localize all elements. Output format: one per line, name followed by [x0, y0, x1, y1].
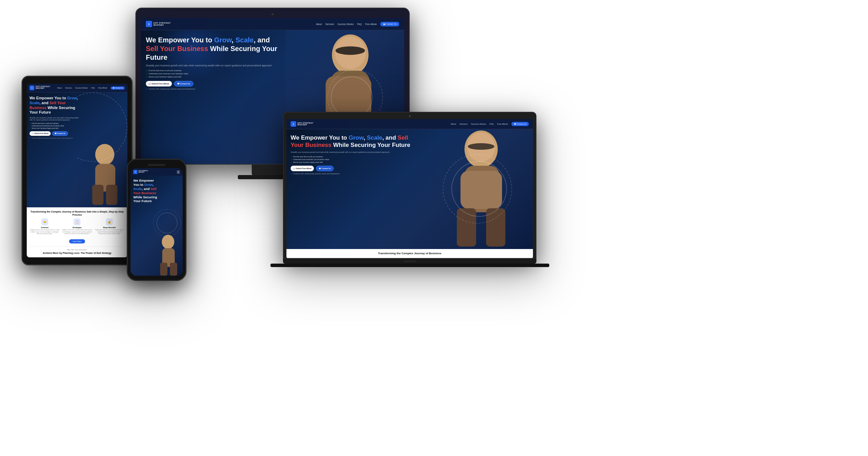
- svg-rect-13: [160, 263, 167, 276]
- desktop-nav-links: About Services Success Stories FAQ Free …: [316, 22, 399, 26]
- laptop-device: 1 EXIT STRATEGYMASTERY About Services Su…: [283, 112, 536, 267]
- tablet-logo: 1 EXIT STRATEGYMASTERY: [30, 85, 50, 90]
- phone-speaker: [151, 206, 183, 276]
- nav-services[interactable]: Services: [325, 23, 334, 25]
- tablet-nav-services[interactable]: Services: [65, 87, 72, 89]
- trust-badge: 🛡 Trusted by 300+ professionals, busines…: [146, 88, 278, 90]
- laptop-logo-icon: 1: [291, 121, 296, 127]
- laptop-white-section: Transforming the Complex Journey of Busi…: [286, 249, 533, 258]
- nav-contact-btn[interactable]: ☎ Contact Us: [380, 22, 399, 26]
- tablet-white-section: Transforming the Complex Journey of Busi…: [27, 207, 127, 257]
- laptop-check-2: ✓Understand and maximize your business v…: [291, 158, 415, 160]
- tablet-speaker: [77, 92, 127, 207]
- tablet-card-text-1: Engage with our team of experts who are …: [30, 229, 60, 234]
- desktop-hero-heading: We Empower You to Grow, Scale, and Sell …: [146, 36, 278, 90]
- laptop-nav-faq[interactable]: FAQ: [490, 123, 494, 125]
- tablet-logo-text: EXIT STRATEGYMASTERY: [36, 86, 50, 90]
- tablet-cards: 🤝 Connect Engage with our team of expert…: [30, 218, 125, 234]
- tablet-ebook-btn[interactable]: 📖 Unlock Free eBook: [30, 131, 51, 136]
- tablet-nav: 1 EXIT STRATEGYMASTERY About Services Su…: [27, 84, 127, 92]
- nav-success-stories[interactable]: Success Stories: [337, 23, 354, 25]
- phone-notch: [148, 164, 165, 166]
- laptop-screen: 1 EXIT STRATEGYMASTERY About Services Su…: [286, 119, 533, 258]
- tablet-check-2: ✓Understand and maximize your business v…: [30, 125, 125, 127]
- svg-rect-14: [170, 263, 177, 276]
- tablet-logo-icon: 1: [30, 85, 34, 90]
- unlock-ebook-btn[interactable]: 📖 Unlock Free eBook: [146, 81, 172, 86]
- tablet-learn-more: Learn More: [30, 237, 125, 243]
- laptop-nav: 1 EXIT STRATEGYMASTERY About Services Su…: [286, 119, 533, 129]
- tablet-card-3: 💰 Reap Benefits Experience peace of mind…: [94, 218, 125, 234]
- tablet-card-title-1: Connect: [30, 226, 60, 229]
- laptop-contact-btn[interactable]: ☎ Contact Us: [316, 166, 333, 171]
- svg-rect-10: [106, 185, 117, 205]
- tablet-section-title: Transforming the Complex Journey of Busi…: [30, 210, 125, 216]
- phone-logo: 1 EXIT STRATEGYMASTERY: [133, 170, 148, 174]
- hero-buttons: 📖 Unlock Free eBook ☎ Contact Us: [146, 81, 278, 86]
- nav-faq[interactable]: FAQ: [357, 23, 362, 25]
- tablet-card-1: 🤝 Connect Engage with our team of expert…: [30, 218, 60, 234]
- hero-subtext: Simplify your business growth and sale w…: [146, 64, 278, 67]
- laptop-logo-text: EXIT STRATEGYMASTERY: [298, 122, 314, 126]
- svg-point-21: [468, 143, 495, 150]
- laptop-hero-btns: 📖 Unlock Free eBook ☎ Contact Us: [291, 166, 415, 171]
- tablet-check-1: ✓Find the best time to sell your busines…: [30, 123, 125, 124]
- scene: 1 EXIT STRATEGYMASTERY About Services Su…: [0, 0, 868, 456]
- laptop-trust: 🛡 Trusted by 300+ professionals, busines…: [291, 173, 415, 175]
- laptop-nav-services[interactable]: Services: [460, 123, 468, 125]
- laptop-nav-links: About Services Success Stories FAQ Free …: [451, 122, 529, 126]
- laptop-hero: We Empower You to Grow, Scale, and Sell …: [286, 129, 533, 249]
- laptop-logo: 1 EXIT STRATEGYMASTERY: [291, 121, 314, 127]
- tablet-why-section: Why Plan Your Exit Early? Achieve More b…: [30, 246, 125, 255]
- tablet-card-title-3: Reap Benefits: [94, 226, 125, 229]
- nav-about[interactable]: About: [316, 23, 322, 25]
- laptop-subtext: Simplify your business growth and sale w…: [291, 151, 415, 154]
- laptop-headline: We Empower You to Grow, Scale, and Sell …: [291, 134, 415, 149]
- tablet-card-text-3: Experience peace of mind, secure your fu…: [94, 229, 125, 234]
- phone-device: 1 EXIT STRATEGYMASTERY ☰: [127, 159, 186, 281]
- tablet-nav-ebook[interactable]: Free eBook: [98, 87, 107, 89]
- laptop-nav-cta[interactable]: ☎ Contact Us: [511, 122, 529, 126]
- phone-hero: We Empower You to Grow, Scale, and Sell …: [131, 176, 183, 276]
- laptop-nav-about[interactable]: About: [451, 123, 456, 125]
- laptop-checks: ✓Find the best time to sell your busines…: [291, 156, 415, 163]
- tablet-trust: 🛡 Trusted by 300+ professionals, busines…: [30, 137, 125, 139]
- tablet-hero-btns: 📖 Unlock Free eBook ☎ Contact Us: [30, 131, 125, 136]
- tablet-card-text-2: Together we'll craft a comprehensive pla…: [62, 229, 92, 234]
- tablet-card-icon-2: 📋: [74, 218, 81, 225]
- laptop-speaker: [419, 129, 533, 249]
- laptop-ebook-btn[interactable]: 📖 Unlock Free eBook: [291, 166, 314, 171]
- phone-frame: 1 EXIT STRATEGYMASTERY ☰: [127, 159, 186, 281]
- laptop-notch: [404, 261, 416, 262]
- laptop-nav-stories[interactable]: Success Stories: [471, 123, 486, 125]
- tablet-card-icon-1: 🤝: [41, 218, 48, 225]
- tablet-nav-faq[interactable]: FAQ: [91, 87, 95, 89]
- tablet-hero: We Empower You to Grow, Scale, and Sell …: [27, 92, 127, 207]
- laptop-nav-ebook[interactable]: Free eBook: [497, 123, 508, 125]
- hero-check-3: ✓Secure your business legacy post-sale: [146, 76, 278, 78]
- phone-nav: 1 EXIT STRATEGYMASTERY ☰: [131, 168, 183, 176]
- svg-rect-9: [92, 185, 104, 205]
- tablet-contact-btn[interactable]: ☎ Contact Us: [52, 131, 68, 136]
- tablet-nav-about[interactable]: About: [57, 87, 62, 89]
- hero-check-1: ✓Find the best time to sell your busines…: [146, 69, 278, 72]
- nav-ebook[interactable]: Free eBook: [365, 23, 377, 25]
- tablet-nav-links: About Services Success Stories FAQ Free …: [57, 86, 125, 90]
- hero-checklist: ✓Find the best time to sell your busines…: [146, 69, 278, 78]
- hamburger-icon[interactable]: ☰: [177, 170, 180, 174]
- tablet-device: 1 EXIT STRATEGYMASTERY About Services Su…: [22, 76, 133, 265]
- tablet-frame: 1 EXIT STRATEGYMASTERY About Services Su…: [22, 76, 133, 265]
- desktop-logo: 1 EXIT STRATEGYMASTERY: [146, 21, 171, 27]
- laptop-bottom: [283, 259, 536, 264]
- laptop-check-3: ✓Secure your business legacy post-sale: [291, 161, 415, 163]
- svg-point-11: [162, 235, 174, 249]
- hero-contact-btn[interactable]: ☎ Contact Us: [174, 81, 193, 86]
- logo-text: EXIT STRATEGYMASTERY: [153, 22, 171, 26]
- laptop-camera: [409, 115, 411, 117]
- tablet-learn-btn[interactable]: Learn More: [69, 239, 85, 243]
- phone-logo-icon: 1: [133, 170, 137, 174]
- tablet-nav-cta[interactable]: ☎ Contact Us: [111, 86, 125, 90]
- tablet-nav-stories[interactable]: Success Stories: [75, 87, 88, 89]
- phone-logo-text: EXIT STRATEGYMASTERY: [139, 171, 148, 173]
- tablet-card-2: 📋 Strategize Together we'll craft a comp…: [62, 218, 92, 234]
